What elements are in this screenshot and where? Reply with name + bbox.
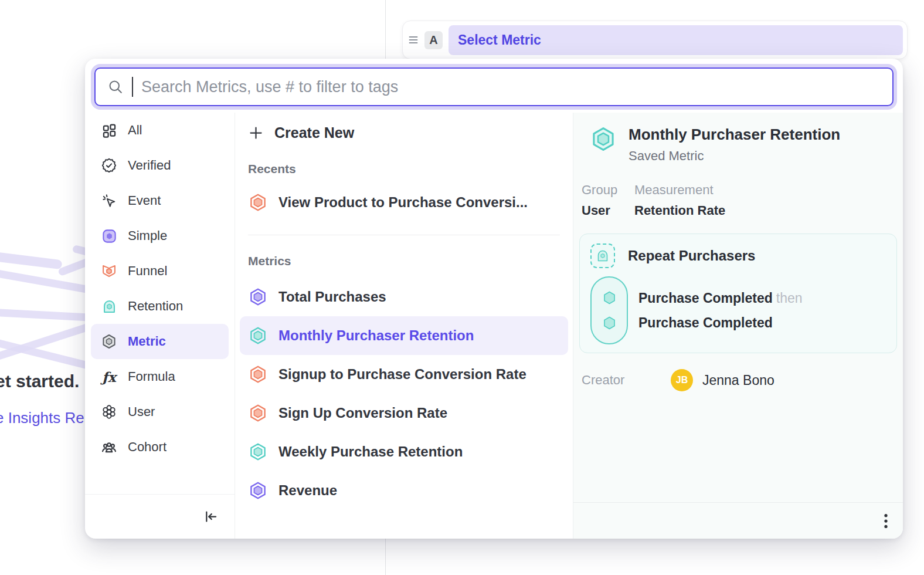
sidebar-item-user[interactable]: User	[91, 394, 229, 429]
search-icon	[107, 79, 124, 95]
measurement-label: Measurement	[634, 182, 725, 198]
category-list: AllVerifiedEventSimpleFunnelRetentionMet…	[85, 113, 235, 494]
sidebar-item-label: Formula	[128, 369, 175, 384]
metric-item-label: Sign Up Conversion Rate	[278, 405, 447, 421]
simple-icon	[100, 227, 118, 245]
detail-panel-footer	[573, 502, 903, 539]
metric-item-label: Total Purchases	[278, 289, 386, 305]
sidebar-item-simple[interactable]: Simple	[91, 218, 229, 253]
drag-handle-icon[interactable]	[408, 35, 419, 45]
metric-item-label: Revenue	[278, 482, 337, 499]
retention-icon	[100, 297, 118, 315]
sidebar-item-label: User	[128, 404, 155, 420]
sidebar-item-label: Cohort	[128, 439, 167, 455]
search-box[interactable]	[94, 67, 894, 106]
retention-definition-icon	[590, 243, 615, 268]
sidebar-item-label: All	[128, 123, 142, 138]
funnel-icon	[100, 262, 118, 280]
sidebar-item-all[interactable]: All	[91, 113, 229, 148]
recents-heading: Recents	[248, 162, 560, 176]
sidebar-item-label: Retention	[128, 299, 183, 314]
metric-item-label: Monthly Purchaser Retention	[278, 327, 474, 344]
event-icon	[100, 192, 118, 209]
metric-hexagon-icon	[248, 481, 268, 500]
formula-icon: ƒx	[100, 368, 118, 385]
metric-list-item[interactable]: Monthly Purchaser Retention	[240, 316, 568, 355]
plus-icon	[248, 125, 264, 141]
recent-metric-item[interactable]: View Product to Purchase Conversi...	[240, 184, 568, 221]
recents-list: View Product to Purchase Conversi...	[248, 184, 560, 221]
metric-detail-panel: Monthly Purchaser Retention Saved Metric…	[573, 113, 903, 539]
metric-selector-modal: AllVerifiedEventSimpleFunnelRetentionMet…	[85, 59, 903, 539]
metric-item-label: View Product to Purchase Conversi...	[278, 194, 528, 211]
event-hexagon-icon	[602, 290, 617, 306]
definition-step: Purchase Completedthen	[638, 290, 803, 306]
metric-hexagon-icon	[248, 287, 268, 307]
detail-subtitle: Saved Metric	[629, 148, 840, 164]
metric-hexagon-icon	[248, 442, 268, 462]
metric-hexagon-icon	[248, 364, 268, 384]
select-metric-label: Select Metric	[458, 32, 541, 48]
cohort-icon	[100, 438, 118, 456]
group-value: User	[582, 203, 634, 218]
metric-icon	[100, 333, 118, 350]
create-new-button[interactable]: Create New	[248, 119, 560, 147]
detail-title: Monthly Purchaser Retention	[629, 126, 840, 144]
sidebar-item-cohort[interactable]: Cohort	[91, 429, 229, 465]
definition-name: Repeat Purchasers	[628, 248, 755, 264]
category-sidebar: AllVerifiedEventSimpleFunnelRetentionMet…	[85, 113, 235, 539]
metric-hexagon-icon	[248, 403, 268, 423]
metric-item-label: Weekly Purchase Retention	[278, 444, 463, 460]
sidebar-item-metric[interactable]: Metric	[91, 324, 229, 359]
sidebar-item-verified[interactable]: Verified	[91, 148, 229, 183]
collapse-sidebar-icon[interactable]	[202, 509, 218, 525]
step-connector: then	[776, 290, 803, 306]
metric-hexagon-icon	[248, 192, 268, 212]
saved-metric-hexagon-icon	[590, 126, 617, 153]
sidebar-item-formula[interactable]: ƒxFormula	[91, 359, 229, 394]
sidebar-item-label: Verified	[128, 158, 171, 173]
clause-letter-badge: A	[424, 31, 443, 49]
sidebar-item-label: Simple	[128, 228, 167, 243]
sidebar-item-label: Funnel	[128, 263, 167, 279]
creator-label: Creator	[582, 373, 671, 388]
create-new-label: Create New	[274, 124, 354, 141]
event-sequence-capsule	[590, 276, 628, 344]
creator-row: Creator JB Jenna Bono	[582, 368, 895, 392]
background-insights-link-fragment[interactable]: e Insights Re	[0, 409, 84, 427]
sidebar-item-label: Event	[128, 193, 161, 208]
metric-list-column: Create New Recents View Product to Purch…	[235, 113, 573, 539]
metrics-heading: Metrics	[248, 254, 560, 268]
more-options-icon[interactable]	[883, 512, 889, 530]
metric-list-item[interactable]: Sign Up Conversion Rate	[240, 394, 568, 432]
grid-icon	[100, 121, 118, 139]
metrics-list: Total PurchasesMonthly Purchaser Retenti…	[248, 278, 560, 510]
select-metric-button[interactable]: Select Metric	[449, 25, 903, 55]
creator-avatar: JB	[671, 369, 693, 391]
sidebar-item-event[interactable]: Event	[91, 183, 229, 218]
metric-list-item[interactable]: Weekly Purchase Retention	[240, 432, 568, 471]
group-label: Group	[582, 182, 634, 198]
metric-item-label: Signup to Purchase Conversion Rate	[278, 366, 526, 383]
sidebar-footer	[85, 494, 235, 539]
measurement-value: Retention Rate	[634, 203, 725, 218]
section-divider	[248, 235, 560, 235]
metric-definition-card: Repeat Purchasers Purchase Completedthen	[579, 234, 897, 353]
metric-list-item[interactable]: Total Purchases	[240, 278, 568, 316]
metric-clause-row: A Select Metric	[402, 21, 908, 59]
background-headline-fragment: et started.	[0, 371, 79, 391]
event-hexagon-icon	[602, 315, 617, 331]
sidebar-item-funnel[interactable]: Funnel	[91, 253, 229, 289]
metric-list-item[interactable]: Signup to Purchase Conversion Rate	[240, 355, 568, 394]
user-icon	[100, 403, 118, 421]
sidebar-item-label: Metric	[128, 334, 166, 349]
metric-meta: Group User Measurement Retention Rate	[582, 182, 895, 218]
text-cursor	[132, 77, 133, 97]
sidebar-item-retention[interactable]: Retention	[91, 289, 229, 324]
metric-list-item[interactable]: Revenue	[240, 471, 568, 510]
creator-name: Jenna Bono	[702, 373, 774, 388]
verified-icon	[100, 157, 118, 174]
metric-hexagon-icon	[248, 326, 268, 346]
definition-step: Purchase Completed	[638, 315, 803, 331]
search-input[interactable]	[141, 78, 881, 96]
